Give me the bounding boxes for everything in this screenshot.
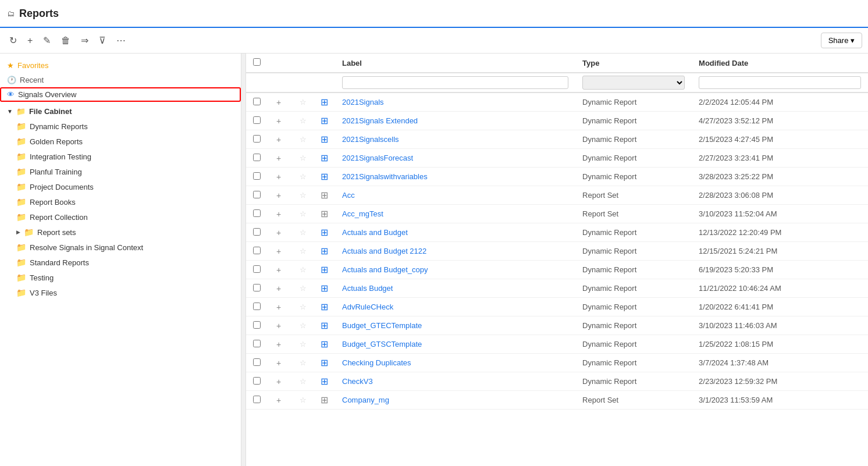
row-checkbox[interactable] [253,303,261,310]
row-star-button[interactable]: ☆ [300,228,307,237]
row-checkbox[interactable] [253,228,261,236]
report-link[interactable]: AdvRuleCHeck [342,303,393,311]
sidebar-item-report-collection[interactable]: 📁 Report Collection [0,209,241,225]
row-star-button[interactable]: ☆ [300,172,307,181]
row-checkbox[interactable] [253,265,261,273]
sidebar-item-v3-files[interactable]: 📁 V3 Files [0,285,241,300]
label-filter-input[interactable] [342,76,568,89]
row-star-button[interactable]: ☆ [300,284,307,293]
sidebar-splitter[interactable] [241,54,246,466]
row-add-button[interactable]: + [276,303,281,312]
row-add-button[interactable]: + [276,284,281,293]
sidebar-item-report-sets[interactable]: ▶ 📁 Report sets [0,225,241,240]
row-star-button[interactable]: ☆ [300,154,307,162]
file-cabinet-header[interactable]: ▼ 📁 File Cabinet [0,104,241,119]
row-add-button[interactable]: + [276,135,281,144]
row-add-button[interactable]: + [276,228,281,237]
row-star-button[interactable]: ☆ [300,265,307,274]
report-link[interactable]: Actuals and Budget_copy [342,265,428,274]
sidebar-item-dynamic-reports[interactable]: 📁 Dynamic Reports [0,119,241,134]
report-link[interactable]: 2021Signalswithvariables [342,172,428,181]
select-all-checkbox[interactable] [253,58,261,66]
report-link[interactable]: Company_mg [342,396,389,404]
report-link[interactable]: 2021Signalscells [342,135,399,144]
row-add-button[interactable]: + [276,154,281,163]
row-checkbox[interactable] [253,284,261,291]
share-button[interactable]: Share ▾ [821,33,862,48]
report-link[interactable]: 2021SignalsForecast [342,154,413,162]
report-date-text: 2/27/2023 3:23:41 PM [699,154,773,162]
row-star-button[interactable]: ☆ [300,321,307,330]
row-star-button[interactable]: ☆ [300,377,307,386]
row-star-button[interactable]: ☆ [300,247,307,255]
row-add-button[interactable]: + [276,396,281,405]
sidebar-item-resolve-signals[interactable]: 📁 Resolve Signals in Signal Context [0,240,241,255]
report-type-icon: ⊞ [321,97,328,107]
row-star-button[interactable]: ☆ [300,340,307,348]
delete-button[interactable]: 🗑 [58,33,74,48]
row-star-button[interactable]: ☆ [300,98,307,106]
sidebar-item-favorites[interactable]: ★ Favorites [0,58,241,73]
report-link[interactable]: 2021Signals [342,98,384,106]
row-checkbox[interactable] [253,340,261,347]
row-checkbox[interactable] [253,209,261,217]
row-star-button[interactable]: ☆ [300,358,307,367]
move-button[interactable]: ⇒ [77,33,92,48]
refresh-button[interactable]: ↻ [6,33,20,48]
row-checkbox[interactable] [253,172,261,180]
sidebar-item-report-books[interactable]: 📁 Report Books [0,194,241,209]
row-add-button[interactable]: + [276,321,281,330]
row-checkbox[interactable] [253,321,261,329]
sidebar-item-project-documents[interactable]: 📁 Project Documents [0,179,241,194]
report-link[interactable]: Actuals and Budget [342,228,408,237]
sidebar-item-golden-reports[interactable]: 📁 Golden Reports [0,134,241,149]
row-checkbox[interactable] [253,98,261,105]
date-filter-input[interactable] [699,76,861,89]
sidebar-item-testing[interactable]: 📁 Testing [0,270,241,285]
row-add-button[interactable]: + [276,209,281,219]
sidebar-item-recent[interactable]: 🕐 Recent [0,73,241,87]
row-add-button[interactable]: + [276,116,281,126]
report-link[interactable]: CheckV3 [342,377,373,386]
row-add-button[interactable]: + [276,358,281,368]
row-add-button[interactable]: + [276,247,281,256]
row-checkbox[interactable] [253,377,261,385]
report-link[interactable]: Acc_mgTest [342,209,383,218]
sidebar-item-planful-training[interactable]: 📁 Planful Training [0,164,241,179]
row-star-button[interactable]: ☆ [300,191,307,200]
type-filter-select[interactable]: Dynamic ReportReport Set [582,76,685,90]
row-star-button[interactable]: ☆ [300,303,307,311]
more-button[interactable]: ⋯ [113,33,129,48]
row-add-button[interactable]: + [276,340,281,349]
edit-button[interactable]: ✎ [40,33,54,48]
sidebar-item-integration-testing[interactable]: 📁 Integration Testing [0,149,241,164]
row-checkbox[interactable] [253,247,261,254]
report-link[interactable]: Budget_GTECTemplate [342,321,422,330]
report-link[interactable]: Actuals Budget [342,284,393,293]
sidebar-item-signals-overview[interactable]: 👁 Signals Overview [0,87,241,102]
row-checkbox[interactable] [253,154,261,161]
row-checkbox[interactable] [253,191,261,198]
row-checkbox[interactable] [253,135,261,143]
row-add-cell: + [269,279,293,298]
report-link[interactable]: Actuals and Budget 2122 [342,247,426,255]
sidebar-item-standard-reports[interactable]: 📁 Standard Reports [0,255,241,270]
row-star-button[interactable]: ☆ [300,209,307,218]
report-link[interactable]: Budget_GTSCTemplate [342,340,422,348]
row-add-button[interactable]: + [276,191,281,200]
row-checkbox[interactable] [253,116,261,124]
row-star-button[interactable]: ☆ [300,396,307,404]
report-link[interactable]: Acc [342,191,355,200]
row-add-button[interactable]: + [276,98,281,107]
report-link[interactable]: 2021Signals Extended [342,116,418,125]
row-checkbox[interactable] [253,358,261,366]
add-button[interactable]: + [24,33,36,48]
row-add-button[interactable]: + [276,265,281,275]
row-star-button[interactable]: ☆ [300,116,307,125]
row-star-button[interactable]: ☆ [300,135,307,144]
report-link[interactable]: Checking Duplicates [342,358,411,367]
row-checkbox[interactable] [253,396,261,403]
row-add-button[interactable]: + [276,172,281,182]
filter-button[interactable]: ⊽ [95,33,109,48]
row-add-button[interactable]: + [276,377,281,386]
